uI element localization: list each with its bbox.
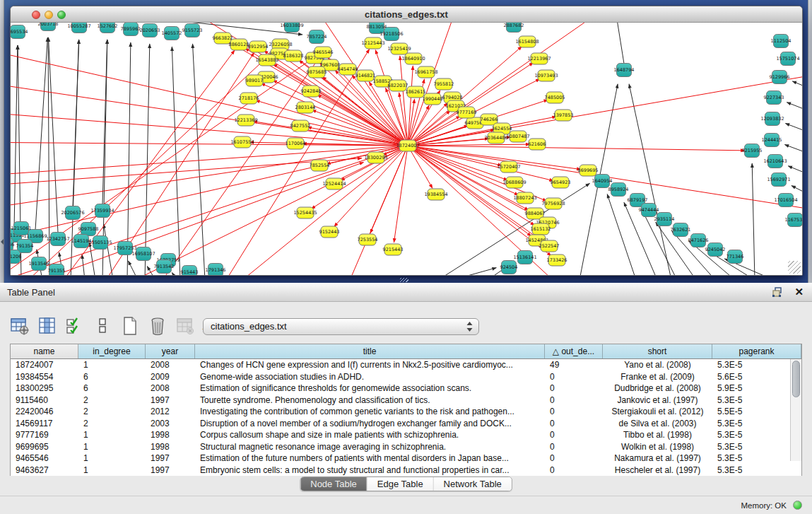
- column-header-short[interactable]: short: [603, 344, 712, 358]
- cell-in_degree[interactable]: 2: [78, 395, 146, 407]
- cell-pagerank[interactable]: 5.3E-5: [712, 429, 801, 441]
- graph-node[interactable]: 2887682: [504, 23, 524, 33]
- cell-out_de[interactable]: 49: [545, 359, 603, 371]
- cell-year[interactable]: 1997: [146, 452, 195, 465]
- cell-out_de[interactable]: 0: [545, 382, 603, 395]
- column-header-out_de[interactable]: △ out_de...: [545, 344, 603, 358]
- cell-year[interactable]: 1997: [146, 465, 195, 477]
- table-row[interactable]: 1456911722003Disruption of a novel membe…: [11, 418, 801, 430]
- graph-node[interactable]: 8186328: [283, 50, 304, 62]
- graph-node[interactable]: 1145194: [71, 235, 92, 248]
- resize-grip-icon[interactable]: [788, 261, 801, 274]
- cell-year[interactable]: 2008: [146, 382, 195, 395]
- column-header-in_degree[interactable]: in_degree: [78, 344, 146, 358]
- graph-node[interactable]: 1913546: [29, 257, 49, 271]
- cell-title[interactable]: Disruption of a novel member of a sodium…: [195, 418, 545, 430]
- cell-in_degree[interactable]: 1: [78, 441, 146, 453]
- cell-year[interactable]: 2012: [146, 406, 195, 418]
- cell-pagerank[interactable]: 5.3E-5: [712, 395, 801, 407]
- float-panel-icon[interactable]: [772, 287, 784, 297]
- graph-node[interactable]: 9465546: [313, 47, 334, 58]
- cell-pagerank[interactable]: 5.3E-5: [712, 452, 801, 465]
- graph-node[interactable]: 9654923: [551, 177, 571, 188]
- graph-node[interactable]: 8427552: [290, 120, 311, 132]
- graph-node[interactable]: 16154808: [515, 36, 539, 47]
- graph-node[interactable]: 19384554: [424, 189, 447, 200]
- graph-node[interactable]: 2935114: [654, 213, 675, 226]
- cell-short[interactable]: Wolkin et al. (1998): [603, 441, 712, 453]
- graph-node[interactable]: 989017: [246, 75, 264, 86]
- graph-node[interactable]: 2020653: [140, 24, 160, 37]
- cell-short[interactable]: Dudbridge et al. (2008): [603, 382, 712, 395]
- graph-node[interactable]: 9155723: [182, 24, 203, 37]
- cell-in_degree[interactable]: 6: [78, 371, 146, 383]
- graph-node[interactable]: 8471626: [688, 234, 709, 247]
- graph-node[interactable]: 12093832: [760, 112, 784, 126]
- cell-in_degree[interactable]: 6: [78, 382, 146, 395]
- graph-node[interactable]: 621606: [529, 139, 546, 150]
- column-header-year[interactable]: year: [146, 344, 195, 358]
- graph-node[interactable]: 1397853: [553, 110, 574, 121]
- cell-out_de[interactable]: 0: [545, 429, 603, 441]
- cell-out_de[interactable]: 0: [545, 371, 603, 383]
- graph-node[interactable]: 924504: [500, 261, 518, 274]
- cell-short[interactable]: Nakamura et al. (1997): [603, 452, 712, 465]
- cell-title[interactable]: Changes of HCN gene expression and I(f) …: [195, 359, 545, 371]
- graph-node[interactable]: 16033809: [280, 23, 303, 33]
- graph-node[interactable]: 1170064: [286, 138, 306, 149]
- column-header-pagerank[interactable]: pagerank: [712, 344, 801, 358]
- graph-node[interactable]: 1733426: [547, 255, 567, 266]
- cell-name[interactable]: 9777169: [11, 429, 78, 441]
- graph-node[interactable]: 9129966: [770, 71, 790, 84]
- graph-node[interactable]: 1527602: [98, 23, 118, 33]
- cell-year[interactable]: 2009: [146, 371, 195, 383]
- graph-node[interactable]: 8912954: [248, 41, 269, 52]
- graph-node[interactable]: 1640954: [592, 175, 613, 188]
- graph-node[interactable]: 1112504: [771, 35, 792, 48]
- graph-node[interactable]: 10973493: [534, 70, 558, 81]
- graph-node[interactable]: 1648794: [614, 64, 635, 77]
- graph-node[interactable]: 9152443: [319, 226, 340, 238]
- graph-node[interactable]: 7955812: [434, 78, 454, 90]
- graph-node[interactable]: 7913542: [154, 260, 175, 274]
- graph-node[interactable]: 12125443: [361, 37, 384, 49]
- tab-edge-table[interactable]: Edge Table: [367, 477, 434, 491]
- table-mode-gear-icon[interactable]: [10, 316, 30, 336]
- graph-node[interactable]: 1244415: [762, 134, 782, 147]
- graph-node[interactable]: 17016504: [774, 194, 797, 207]
- graph-node[interactable]: 18300295: [364, 152, 387, 163]
- graph-node[interactable]: 12342757: [46, 233, 69, 246]
- cell-in_degree[interactable]: 1: [78, 429, 146, 441]
- graph-node[interactable]: 18807243: [513, 192, 536, 204]
- cell-year[interactable]: 1998: [146, 429, 195, 441]
- table-row[interactable]: 977716911998Corpus callosum shape and si…: [11, 429, 801, 441]
- cell-name[interactable]: 14569117: [11, 418, 78, 430]
- cell-year[interactable]: 2008: [146, 359, 195, 371]
- cell-out_de[interactable]: 0: [545, 465, 603, 477]
- cell-pagerank[interactable]: 5.3E-5: [712, 465, 801, 477]
- graph-node[interactable]: 8958924: [608, 183, 629, 197]
- cell-title[interactable]: Genome-wide association studies in ADHD.: [195, 371, 545, 383]
- cell-out_de[interactable]: 0: [545, 395, 603, 407]
- graph-node[interactable]: 2522547: [539, 240, 560, 252]
- graph-node[interactable]: 12213369: [234, 115, 257, 126]
- graph-node[interactable]: 7852554: [310, 160, 330, 171]
- graph-node[interactable]: 7857224: [307, 30, 327, 44]
- graph-node[interactable]: 10807487: [506, 131, 529, 142]
- graph-node[interactable]: 20206576: [61, 206, 84, 220]
- graph-node[interactable]: 9242848: [301, 86, 322, 97]
- graph-node[interactable]: 9474444: [639, 204, 659, 217]
- graph-node[interactable]: 8860128: [229, 39, 249, 50]
- graph-node[interactable]: 1990448: [423, 93, 443, 105]
- cell-pagerank[interactable]: 5.3E-5: [712, 359, 801, 371]
- network-canvas[interactable]: 1872400796638228860128891295423226058982…: [11, 23, 802, 275]
- delete-column-trash-icon[interactable]: [148, 316, 167, 336]
- graph-node[interactable]: 1167534: [785, 214, 802, 227]
- cell-pagerank[interactable]: 5.5E-5: [712, 406, 801, 418]
- splitter-grip-icon[interactable]: [400, 278, 408, 282]
- graph-node[interactable]: 16210643: [763, 155, 787, 168]
- cell-in_degree[interactable]: 2: [78, 418, 146, 430]
- cell-out_de[interactable]: 0: [545, 406, 603, 418]
- cell-title[interactable]: Tourette syndrome. Phenomenology and cla…: [195, 395, 545, 407]
- close-panel-icon[interactable]: ✕: [794, 286, 804, 298]
